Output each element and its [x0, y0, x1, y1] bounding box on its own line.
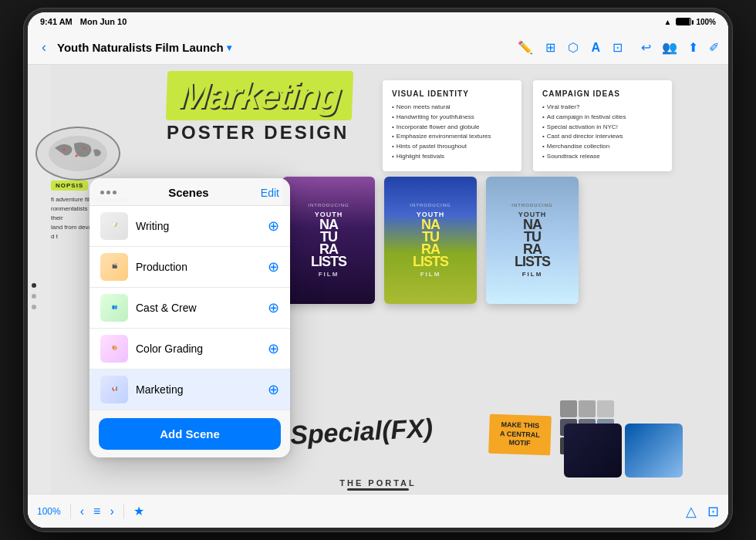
poster2-naturalists: NATURALISTS: [413, 218, 448, 268]
prev-page-icon[interactable]: ‹: [80, 505, 84, 518]
draw-icon[interactable]: △: [686, 503, 697, 520]
grid-view-icon[interactable]: ⊞: [545, 40, 555, 55]
toolbar-sep-1: [70, 504, 71, 519]
list-view-icon[interactable]: ≡: [93, 505, 100, 518]
image-insert-icon[interactable]: ⊡: [613, 40, 623, 55]
scene-item-production[interactable]: 🎬 Production ⊕: [89, 247, 290, 288]
scene-name-marketing: Marketing: [136, 383, 260, 396]
poster-design-text: POSTER DESIGN: [167, 122, 353, 143]
scene-thumb-writing: 📝: [100, 212, 128, 240]
scene-more-writing[interactable]: ⊕: [268, 218, 279, 235]
dot-2: [106, 191, 110, 194]
scene-more-color[interactable]: ⊕: [268, 340, 279, 357]
motif-sticker: MAKE THISA CENTRALMOTIF: [488, 414, 552, 456]
next-page-icon[interactable]: ›: [110, 505, 113, 518]
scene-thumb-marketing: 📢: [100, 376, 128, 403]
poster-card-1[interactable]: INTRODUCING YOUTH NATURALISTS FILM: [282, 177, 375, 304]
page-dot-2[interactable]: [32, 294, 36, 299]
favorites-icon[interactable]: ★: [133, 504, 144, 518]
scene-name-color: Color Grading: [136, 343, 260, 355]
bottom-toolbar: 100% ‹ ≡ › ★ △ ⊡: [28, 494, 728, 528]
status-left: 9:41 AM Mon Jun 10: [40, 17, 127, 26]
scene-item-marketing[interactable]: 📢 Marketing ⊕: [89, 370, 290, 410]
edit-mode-icon[interactable]: ✐: [709, 40, 719, 55]
panel-drag-dots: [100, 191, 116, 194]
share-icon[interactable]: ⬆: [688, 40, 698, 55]
battery-icon: [676, 18, 691, 25]
poster1-film: FILM: [319, 271, 339, 278]
synopsis-badge: NOPSIS: [51, 181, 88, 191]
ci-item-6: Soundtrack release: [542, 152, 663, 162]
ci-item-3: Special activation in NYC!: [542, 123, 663, 133]
swatch-2: [579, 400, 596, 417]
undo-icon[interactable]: ↩: [641, 40, 651, 55]
scene-thumb-writing-content: 📝: [112, 223, 117, 228]
poster-cards-row: INTRODUCING YOUTH NATURALISTS FILM INTRO…: [282, 177, 579, 304]
document-title: Youth Naturalists Film Launch: [57, 41, 224, 54]
bottom-right-icons: △ ⊡: [686, 503, 719, 520]
vi-item-3: Incorporate flower and globule: [392, 123, 512, 133]
poster2-introducing: INTRODUCING: [410, 203, 451, 208]
visual-identity-title: VISUAL IDENTITY: [392, 89, 512, 98]
page-dot-3[interactable]: [32, 305, 36, 309]
scene-thumb-marketing-content: 📢: [112, 386, 117, 392]
poster-card-3[interactable]: INTRODUCING YOUTH NATURALISTS FILM: [486, 177, 579, 304]
scene-name-production: Production: [136, 261, 260, 273]
special-fx-area: Special(FX): [290, 417, 433, 447]
campaign-ideas-card: CAMPAIGN IDEAS Viral trailer? Ad campaig…: [533, 80, 672, 171]
vi-item-1: Neon meets natural: [392, 103, 512, 113]
scene-thumb-production-content: 🎬: [112, 264, 117, 269]
scene-item-cast[interactable]: 👥 Cast & Crew ⊕: [89, 288, 290, 329]
ci-item-4: Cast and director interviews: [542, 132, 663, 142]
page-dot-1[interactable]: [32, 283, 36, 288]
thumb-blue-1[interactable]: [625, 424, 683, 478]
scene-item-writing[interactable]: 📝 Writing ⊕: [89, 206, 290, 247]
vi-item-5: Hints of pastel throughout: [392, 142, 512, 152]
date-display: Mon Jun 10: [80, 17, 127, 26]
vi-item-2: Handwriting for youthfulness: [392, 113, 512, 123]
svg-point-3: [76, 155, 78, 157]
collaborators-icon[interactable]: 👥: [662, 40, 677, 55]
shapes-icon[interactable]: ⬡: [568, 40, 579, 55]
aspect-ratio-icon[interactable]: ⊡: [707, 503, 719, 520]
poster2-film: FILM: [420, 271, 441, 278]
nav-center-icons: ✏️ ⊞ ⬡ A ⊡: [518, 40, 623, 55]
scroll-bar: [347, 488, 409, 491]
add-scene-button[interactable]: Add Scene: [99, 418, 281, 450]
nav-title-container: Youth Naturalists Film Launch ▾: [57, 41, 231, 54]
scene-name-writing: Writing: [136, 220, 260, 232]
svg-point-1: [63, 149, 66, 151]
scene-thumb-cast-content: 👥: [112, 305, 117, 310]
svg-point-2: [83, 147, 86, 150]
text-tool-icon[interactable]: A: [591, 41, 600, 55]
poster1-naturalists: NATURALISTS: [311, 218, 346, 268]
ci-item-2: Ad campaign in festival cities: [542, 113, 663, 123]
poster-card-2[interactable]: INTRODUCING YOUTH NATURALISTS FILM: [384, 177, 477, 304]
tablet-screen: 9:41 AM Mon Jun 10 ▲ 100% ‹ Youth Natura…: [28, 12, 728, 528]
toolbar-sep-2: [123, 504, 124, 519]
back-button[interactable]: ‹: [37, 36, 51, 59]
scenes-panel-title: Scenes: [168, 186, 209, 199]
dot-3: [113, 191, 116, 194]
campaign-ideas-title: CAMPAIGN IDEAS: [542, 89, 663, 98]
pen-tool-icon[interactable]: ✏️: [518, 40, 533, 55]
poster3-introducing: INTRODUCING: [511, 203, 552, 208]
poster3-film: FILM: [522, 271, 543, 278]
visual-identity-card: VISUAL IDENTITY Neon meets natural Handw…: [383, 80, 521, 171]
dot-1: [100, 191, 104, 194]
nav-right-icons: ↩ 👥 ⬆ ✐: [641, 40, 719, 55]
nav-bar: ‹ Youth Naturalists Film Launch ▾ ✏️ ⊞ ⬡…: [28, 31, 728, 65]
thumb-dark-1[interactable]: [564, 424, 622, 478]
world-map-graphic: [35, 127, 120, 181]
scene-thumb-color-content: 🎨: [112, 346, 117, 351]
scene-more-marketing[interactable]: ⊕: [268, 381, 279, 398]
scene-more-cast[interactable]: ⊕: [268, 299, 279, 316]
scene-more-production[interactable]: ⊕: [268, 258, 279, 275]
title-chevron-icon[interactable]: ▾: [227, 42, 231, 53]
scenes-edit-button[interactable]: Edit: [261, 187, 279, 199]
scene-thumb-color: 🎨: [100, 335, 128, 363]
scenes-panel: Scenes Edit 📝 Writing ⊕ 🎬 Production ⊕: [89, 178, 290, 457]
page-nav-dots: [32, 283, 36, 309]
scene-item-color[interactable]: 🎨 Color Grading ⊕: [89, 329, 290, 370]
zoom-level[interactable]: 100%: [37, 506, 61, 517]
